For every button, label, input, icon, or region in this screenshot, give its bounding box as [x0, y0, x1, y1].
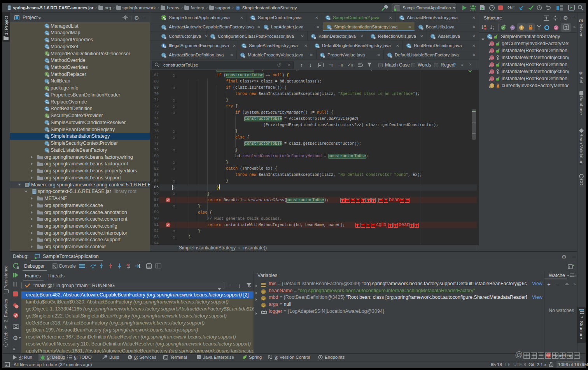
svg-text:λ: λ [555, 26, 557, 30]
svg-text:m: m [490, 56, 494, 60]
svg-text:I: I [46, 86, 47, 90]
svg-text:f: f [492, 84, 493, 88]
svg-text:a: a [493, 25, 494, 28]
svg-text:m: m [490, 77, 494, 81]
svg-text:I: I [46, 51, 47, 55]
svg-text:p: p [262, 290, 264, 294]
svg-text:J: J [198, 356, 200, 359]
svg-text:c: c [502, 26, 504, 30]
svg-text:m: m [490, 42, 494, 46]
svg-text:I: I [46, 114, 47, 117]
svg-text:p: p [511, 26, 513, 30]
svg-text:m: m [490, 63, 494, 67]
svg-text:p: p [262, 296, 264, 300]
svg-text:p: p [262, 303, 264, 307]
svg-text:m: m [490, 49, 494, 53]
svg-text:m: m [490, 70, 494, 74]
svg-text:I: I [46, 72, 47, 76]
svg-text:f: f [521, 26, 522, 30]
svg-text:z: z [493, 28, 494, 30]
svg-text:C: C [237, 6, 239, 10]
